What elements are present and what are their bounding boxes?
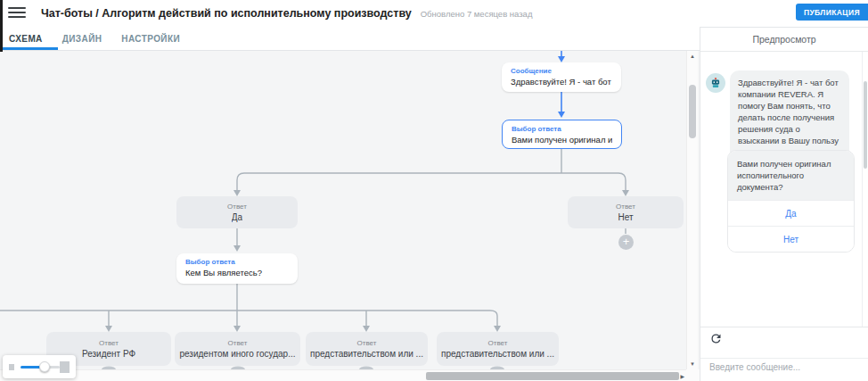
preview-scrollbar[interactable] [862,52,868,327]
chat-message-input[interactable] [709,362,852,372]
question-card: Вами получен оригинал исполнительного до… [727,150,855,253]
node-text: резидентом иного государ... [179,349,295,359]
app-header: Чат-боты / Алгоритм действий по исполнит… [0,0,868,27]
tab-schema[interactable]: СХЕМА [9,34,43,44]
preview-panel: Предпросмотр Здравствуйте! Я - чат бот к… [700,27,868,381]
bot-avatar [706,73,725,93]
refresh-icon [709,332,723,345]
canvas-vertical-scrollbar[interactable]: ▲ ▼ [686,51,698,369]
flow-node-answer-yes[interactable]: Ответ Да [176,196,298,228]
scrollbar-corner [686,369,700,381]
node-text: Резидент РФ [82,349,135,359]
flow-node-choice-who[interactable]: Выбор ответа Кем Вы являетесь? [176,253,298,284]
flow-canvas[interactable]: Сообщение Здравствуйте! Я - чат бот к...… [0,51,700,381]
publish-button[interactable]: ПУБЛИКАЦИЯ [796,4,868,21]
tab-settings[interactable]: НАСТРОЙКИ [121,34,180,44]
node-text: Кем Вы являетесь? [185,268,289,277]
node-type-label: Ответ [228,339,248,347]
zoom-out-icon[interactable] [9,364,14,370]
node-type-label: Ответ [488,339,508,347]
window-edge-artifact [0,0,3,52]
horizontal-scrollbar-thumb[interactable] [426,372,679,380]
input-divider [700,358,868,359]
preview-panel-title: Предпросмотр [700,28,868,52]
quick-reply-yes[interactable]: Да [728,200,854,226]
flow-node-answer-foreign-resident[interactable]: Ответ резидентом иного государ... [175,332,300,366]
node-type-label: Ответ [357,339,377,347]
updated-timestamp: Обновлено 7 месяцев назад [421,9,533,19]
preview-scrollbar-thumb[interactable] [864,81,867,169]
node-type-label: Сообщение [511,67,612,75]
question-text: Вами получен оригинал исполнительного до… [728,151,854,200]
menu-icon[interactable] [8,7,26,20]
scroll-down-icon[interactable]: ▼ [687,361,698,367]
flow-node-answer-representative-2[interactable]: Ответ представительством или ... [437,332,559,366]
preview-footer-divider [700,327,868,327]
node-text: Здравствуйте! Я - чат бот к... [511,77,612,87]
zoom-control [3,355,76,378]
tab-bar: СХЕМА ДИЗАЙН НАСТРОЙКИ [0,27,700,51]
node-type-label: Ответ [99,339,119,347]
node-type-label: Выбор ответа [512,125,612,133]
flow-node-message[interactable]: Сообщение Здравствуйте! Я - чат бот к... [502,62,621,92]
node-type-label: Ответ [616,203,635,211]
node-text: представительством или ... [441,349,554,359]
title-area: Чат-боты / Алгоритм действий по исполнит… [41,0,532,27]
zoom-slider-thumb[interactable] [39,361,50,372]
flow-node-answer-no[interactable]: Ответ Нет [568,196,684,228]
zoom-slider[interactable] [20,360,54,373]
restart-chat-button[interactable] [708,332,724,348]
scroll-up-icon[interactable]: ▲ [687,54,698,59]
add-node-button[interactable]: + [618,235,634,250]
active-tab-underline [3,47,58,50]
robot-icon [709,77,722,89]
canvas-horizontal-scrollbar[interactable]: ▶ [0,369,686,381]
flow-node-choice-selected[interactable]: Выбор ответа Вами получен оригинал ис... [502,120,622,149]
node-text: Да [232,212,242,222]
node-type-label: Выбор ответа [185,258,289,266]
node-type-label: Ответ [227,203,247,211]
tab-design[interactable]: ДИЗАЙН [62,34,102,44]
quick-reply-no[interactable]: Нет [728,226,854,252]
page-title: Чат-боты / Алгоритм действий по исполнит… [41,7,412,20]
node-text: представительством или ... [310,349,423,359]
chatbot-builder-window: Чат-боты / Алгоритм действий по исполнит… [0,0,868,381]
scroll-right-icon[interactable]: ▶ [680,373,684,379]
fit-screen-icon[interactable] [60,361,70,373]
vertical-scrollbar-thumb[interactable] [689,85,696,138]
node-text: Вами получен оригинал ис... [512,135,612,145]
flow-node-answer-representative-1[interactable]: Ответ представительством или ... [306,332,428,366]
node-text: Нет [618,212,633,222]
